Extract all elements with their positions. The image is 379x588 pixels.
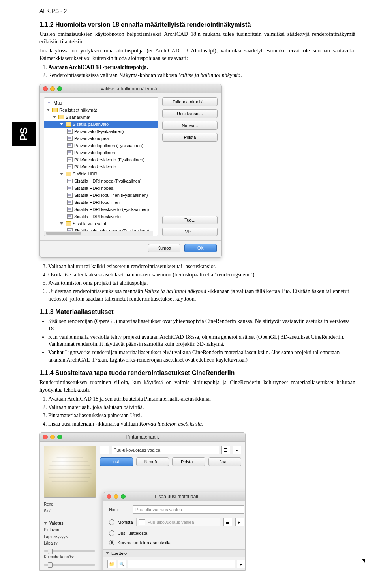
tree-folder[interactable]: Realistiset näkymät bbox=[44, 106, 158, 114]
list-item: Avaa toimiston oma projekti tai aloitusp… bbox=[48, 280, 355, 287]
save-as-button[interactable]: Tallenna nimellä... bbox=[162, 97, 218, 106]
heading-1-1-2: 1.1.2 Huomioita version 18 ennalta määri… bbox=[39, 21, 355, 28]
rename-button[interactable]: Nimeä... bbox=[136, 457, 169, 466]
export-button[interactable]: Vie... bbox=[162, 228, 218, 236]
color-swatch[interactable] bbox=[100, 446, 109, 454]
tree-folder[interactable]: Sisätila HDRI bbox=[44, 170, 158, 177]
tree-item[interactable]: Päivänvalo keskiverto (Fysikaalinen) bbox=[44, 156, 158, 163]
dialog-titlebar: Lisää uusi materiaali bbox=[103, 492, 246, 501]
list-icon[interactable]: ☰ bbox=[223, 518, 232, 526]
tree-folder-selected[interactable]: Sisätila päivänvalo bbox=[44, 121, 158, 128]
tree-item[interactable]: Sisätila HDRI keskiverto (Fysikaalinen) bbox=[44, 206, 158, 213]
label: Rend bbox=[44, 502, 95, 506]
chevron-right-icon[interactable]: ▸ bbox=[235, 518, 244, 526]
scene-icon bbox=[67, 143, 73, 148]
material-name-field[interactable]: Puu-ulkovuoraus vaalea bbox=[112, 446, 219, 454]
label: Läpäisy: bbox=[44, 541, 95, 545]
tree-item[interactable]: Päivänvalo nopea bbox=[44, 135, 158, 142]
scene-icon bbox=[67, 200, 73, 205]
radio-duplicate[interactable]: Monista Puu-ulkovuoraus vaalea ☰ ▸ bbox=[109, 518, 244, 526]
tree-folder[interactable]: Sisänäkymät bbox=[44, 114, 158, 121]
import-button[interactable]: Tuo... bbox=[162, 216, 218, 224]
name-input[interactable]: Puu-ulkovuoraus vaalea bbox=[133, 505, 244, 514]
disclosure-valotus[interactable]: Valotus bbox=[44, 521, 95, 525]
cursor-icon bbox=[363, 558, 368, 564]
chevron-right-icon[interactable]: ▸ bbox=[233, 446, 241, 454]
scene-icon bbox=[67, 207, 73, 212]
tree-pane[interactable]: Muu Realistiset näkymät Sisänäkymät Sisä… bbox=[44, 97, 158, 236]
list-item: Kun vanhemmalla versiolla tehty projekti… bbox=[48, 334, 355, 349]
duplicate-source-field: Puu-ulkovuoraus vaalea bbox=[136, 518, 220, 526]
tree-folder[interactable]: Sisätila vain valot bbox=[44, 220, 158, 227]
chevron-down-icon bbox=[53, 116, 56, 118]
chevron-down-icon bbox=[60, 123, 63, 125]
page-header: ALK.PS - 2 bbox=[39, 8, 355, 14]
dialog-title: Pintamateriaalit bbox=[40, 434, 245, 440]
folder-icon bbox=[66, 172, 71, 176]
tree-item[interactable]: Päivänvalo lopullinen bbox=[44, 149, 158, 156]
scrollbar-horizontal[interactable] bbox=[44, 231, 153, 236]
scene-icon bbox=[67, 150, 73, 155]
list-item: Osoita Vie tallentaaksesi asetukset halu… bbox=[48, 271, 355, 279]
radio-icon bbox=[109, 540, 114, 545]
new-button[interactable]: Uusi... bbox=[100, 457, 133, 466]
scene-icon bbox=[67, 136, 73, 141]
delete-button[interactable]: Poista bbox=[162, 133, 218, 142]
chevron-down-icon bbox=[44, 522, 47, 525]
scene-icon bbox=[67, 214, 73, 219]
tree-item[interactable]: Sisätila HDRI lopullinen (Fysikaalinen) bbox=[44, 192, 158, 199]
list-item: Lisää uusi materiaali -ikkunassa valitaa… bbox=[48, 420, 355, 428]
scene-icon bbox=[67, 164, 73, 169]
paragraph: Jos käytössä on yrityksen oma aloituspoh… bbox=[39, 47, 355, 62]
material-preview bbox=[44, 446, 96, 498]
list-icon[interactable]: ☰ bbox=[221, 446, 230, 454]
radio-replace[interactable]: Korvaa luettelon asetuksilla bbox=[109, 540, 244, 545]
tree-item[interactable]: Päivänvalo lopullinen (Fysikaalinen) bbox=[44, 142, 158, 149]
radio-icon bbox=[109, 519, 114, 525]
label: Sisä bbox=[44, 509, 95, 513]
tree-item[interactable]: Muu bbox=[44, 99, 158, 106]
radio-icon bbox=[109, 530, 114, 536]
list-item: Avataan ArchiCAD 18 ja sen attribuuteist… bbox=[48, 396, 355, 403]
rename-button[interactable]: Nimeä... bbox=[162, 121, 218, 130]
tree-item[interactable]: Päivänvalo (Fysikaalinen) bbox=[44, 128, 158, 135]
dialog-title: Valitse ja hallinnoi näkymiä... bbox=[40, 86, 221, 91]
tree-item[interactable]: Sisätila HDRI keskiverto bbox=[44, 213, 158, 220]
list-item: Sisäisen renderoijan (OpenGL) materiaali… bbox=[48, 318, 355, 333]
folder-up-icon[interactable]: 📁 bbox=[107, 560, 116, 568]
label: Kulmaheikennös: bbox=[44, 555, 95, 559]
list-item: Valitaan materiaali, joka halutaan päivi… bbox=[48, 404, 355, 411]
chevron-down-icon bbox=[47, 109, 50, 111]
radio-new-from-list[interactable]: Uusi luettelosta bbox=[109, 530, 244, 536]
search-input[interactable] bbox=[128, 560, 235, 568]
list-item: Pintamateriaaliasetuksissa painetaan Uus… bbox=[48, 412, 355, 420]
section-luettelo[interactable]: Luettelo bbox=[103, 549, 246, 557]
list-item: Avataan ArchiCAD 18 -perusaloituspohja. bbox=[48, 64, 355, 71]
ok-button[interactable]: OK bbox=[184, 244, 217, 252]
folder-icon bbox=[52, 108, 58, 112]
tree-item[interactable]: Sisätila HDRI lopullinen bbox=[44, 199, 158, 206]
search-icon[interactable]: 🔍 bbox=[118, 560, 126, 568]
tree-item[interactable]: Päivänvalo keskiverto bbox=[44, 163, 158, 170]
label: Pintaväri bbox=[44, 528, 95, 532]
scene-icon bbox=[67, 186, 73, 190]
tree-item[interactable]: Sisätila HDRI nopea bbox=[44, 185, 158, 192]
materials-dialog: Pintamateriaalit Puu-ulkovuoraus vaalea … bbox=[39, 432, 246, 571]
tree-item[interactable]: Sisätila HDRI nopea (Fysikaalinen) bbox=[44, 177, 158, 185]
views-dialog: Valitse ja hallinnoi näkymiä... Muu Real… bbox=[39, 84, 222, 258]
folder-icon bbox=[66, 122, 71, 127]
delete-button[interactable]: Poista... bbox=[172, 457, 205, 466]
chevron-right-icon[interactable]: ▸ bbox=[237, 560, 246, 568]
slider-lapaisy[interactable] bbox=[44, 550, 95, 552]
scene-icon bbox=[47, 101, 52, 105]
heading-1-1-3: 1.1.3 Materiaaliasetukset bbox=[39, 308, 355, 315]
share-button[interactable]: Jaa... bbox=[208, 457, 242, 466]
cancel-button[interactable]: Kumoa bbox=[148, 244, 180, 252]
scene-icon bbox=[67, 193, 73, 198]
color-swatch bbox=[139, 519, 145, 525]
new-folder-button[interactable]: Uusi kansio... bbox=[162, 109, 218, 118]
add-material-dialog: Lisää uusi materiaali Nimi: Puu-ulkovuor… bbox=[103, 492, 246, 571]
slider-kulma[interactable] bbox=[44, 564, 95, 566]
dialog-titlebar: Valitse ja hallinnoi näkymiä... bbox=[40, 84, 221, 93]
scene-icon bbox=[67, 129, 73, 134]
